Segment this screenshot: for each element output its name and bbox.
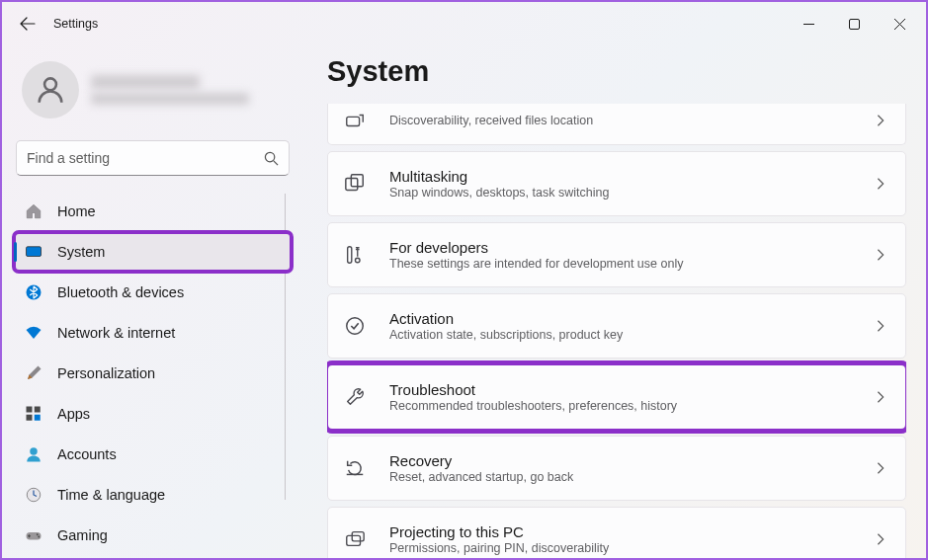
card-for-developers[interactable]: For developers These settings are intend…: [327, 222, 906, 287]
multitasking-icon: [342, 171, 368, 197]
card-subtitle: Permissions, pairing PIN, discoverabilit…: [389, 541, 874, 555]
back-arrow-icon: [20, 16, 36, 32]
svg-point-1: [44, 78, 56, 90]
svg-rect-7: [35, 407, 41, 413]
chevron-right-icon: [874, 319, 887, 333]
card-subtitle: Snap windows, desktops, task switching: [389, 186, 874, 200]
share-icon: [342, 108, 368, 133]
system-icon: [24, 242, 43, 262]
chevron-right-icon: [874, 177, 887, 191]
projecting-icon: [342, 526, 368, 552]
avatar: [22, 61, 79, 119]
window-controls: [786, 8, 922, 40]
nav-item-bluetooth[interactable]: Bluetooth & devices: [14, 273, 292, 312]
nav-item-network[interactable]: Network & internet: [14, 313, 292, 353]
clock-globe-icon: [24, 485, 43, 505]
titlebar: Settings: [2, 2, 926, 45]
nav-label: Home: [57, 203, 96, 219]
nav-item-gaming[interactable]: Gaming: [14, 516, 292, 555]
wifi-icon: [24, 323, 43, 343]
svg-rect-0: [849, 19, 859, 29]
nav-label: Network & internet: [57, 325, 175, 341]
card-subtitle: These settings are intended for developm…: [389, 257, 874, 271]
nav-item-home[interactable]: Home: [14, 192, 292, 231]
svg-point-14: [38, 536, 40, 538]
nav-item-apps[interactable]: Apps: [14, 394, 292, 434]
search-box[interactable]: [16, 140, 290, 176]
svg-rect-8: [27, 415, 33, 421]
card-subtitle: Recommended troubleshooters, preferences…: [389, 399, 874, 413]
nav-label: Gaming: [57, 527, 108, 543]
user-email-redacted: [91, 93, 249, 105]
nav-item-accounts[interactable]: Accounts: [14, 435, 292, 474]
page-title: System: [327, 55, 906, 88]
card-projecting[interactable]: Projecting to this PC Permissions, pairi…: [327, 507, 906, 558]
user-info-redacted: [91, 75, 284, 105]
gamepad-icon: [24, 525, 43, 545]
chevron-right-icon: [874, 461, 887, 475]
maximize-icon: [849, 19, 860, 30]
card-title: Projecting to this PC: [389, 523, 874, 540]
person-icon: [34, 73, 67, 107]
nav-item-personalization[interactable]: Personalization: [14, 354, 292, 393]
card-troubleshoot[interactable]: Troubleshoot Recommended troubleshooters…: [327, 364, 906, 430]
window-title: Settings: [53, 17, 98, 31]
card-multitasking[interactable]: Multitasking Snap windows, desktops, tas…: [327, 151, 906, 216]
recovery-icon: [342, 455, 368, 481]
svg-rect-18: [348, 247, 352, 264]
developers-icon: [342, 242, 368, 268]
accounts-icon: [24, 444, 43, 464]
close-icon: [894, 19, 905, 30]
user-profile-block[interactable]: [14, 53, 292, 134]
home-icon: [24, 201, 43, 221]
user-name-redacted: [91, 75, 200, 89]
svg-point-20: [347, 318, 364, 335]
card-subtitle: Discoverability, received files location: [389, 114, 874, 127]
svg-point-19: [355, 258, 360, 263]
nav-label: Time & language: [57, 487, 165, 503]
chevron-right-icon: [874, 390, 887, 404]
nav-item-time-language[interactable]: Time & language: [14, 475, 292, 515]
minimize-button[interactable]: [786, 8, 831, 40]
svg-rect-9: [35, 415, 41, 421]
bluetooth-icon: [24, 282, 43, 302]
chevron-right-icon: [874, 532, 887, 546]
close-button[interactable]: [877, 8, 922, 40]
brush-icon: [24, 363, 43, 383]
card-title: Activation: [389, 310, 874, 327]
main-content: System Discoverability, received files l…: [303, 45, 926, 558]
svg-point-13: [37, 533, 39, 535]
svg-point-2: [265, 152, 274, 161]
search-icon: [264, 151, 279, 166]
svg-point-10: [30, 447, 38, 455]
nav-label: System: [57, 244, 105, 260]
card-title: Multitasking: [389, 168, 874, 185]
search-input[interactable]: [27, 150, 264, 166]
maximize-button[interactable]: [831, 8, 877, 40]
chevron-right-icon: [874, 114, 887, 127]
svg-rect-3: [27, 247, 42, 257]
card-subtitle: Activation state, subscriptions, product…: [389, 328, 874, 342]
nav-label: Accounts: [57, 446, 117, 462]
card-nearby-sharing[interactable]: Discoverability, received files location: [327, 104, 906, 145]
minimize-icon: [803, 19, 814, 30]
apps-icon: [24, 404, 43, 424]
settings-list: Discoverability, received files location…: [327, 104, 906, 558]
sidebar: Home System Bluetooth & devices Network …: [2, 45, 303, 558]
card-recovery[interactable]: Recovery Reset, advanced startup, go bac…: [327, 436, 906, 501]
card-title: Troubleshoot: [389, 381, 874, 398]
svg-rect-15: [347, 117, 360, 125]
svg-rect-22: [352, 532, 364, 541]
card-title: Recovery: [389, 452, 874, 469]
card-activation[interactable]: Activation Activation state, subscriptio…: [327, 293, 906, 359]
checkmark-circle-icon: [342, 313, 368, 339]
chevron-right-icon: [874, 248, 887, 262]
nav-item-system[interactable]: System: [14, 232, 292, 272]
nav-label: Personalization: [57, 365, 155, 381]
card-title: For developers: [389, 239, 874, 256]
nav-list: Home System Bluetooth & devices Network …: [14, 192, 292, 555]
back-button[interactable]: [6, 2, 49, 45]
wrench-icon: [342, 384, 368, 410]
svg-rect-6: [27, 407, 33, 413]
nav-label: Apps: [57, 406, 90, 422]
